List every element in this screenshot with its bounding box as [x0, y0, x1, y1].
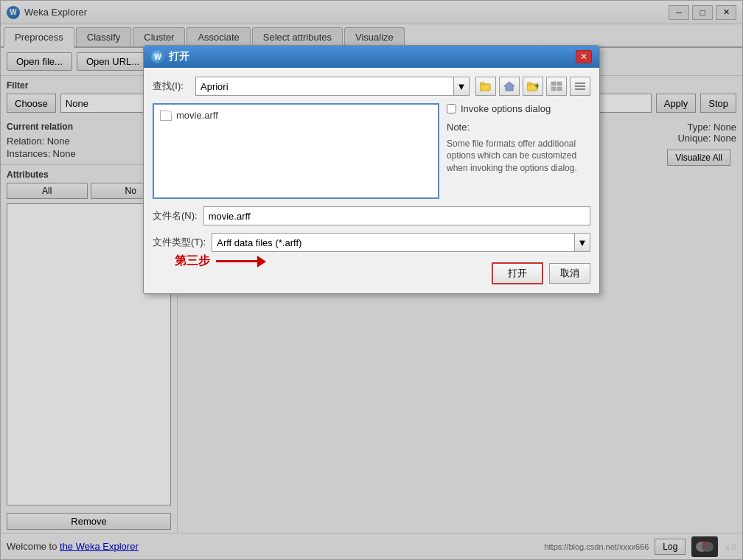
new-folder-button[interactable]: + — [523, 77, 543, 96]
filename-input[interactable] — [203, 206, 590, 225]
dialog-overlay: W 打开 ✕ 查找(I): Apriori ▼ — [1, 1, 742, 559]
location-combo-wrapper: Apriori ▼ — [195, 77, 470, 96]
dialog-cancel-button[interactable]: 取消 — [549, 263, 590, 284]
detail-view-button[interactable] — [570, 77, 590, 96]
svg-rect-8 — [527, 83, 531, 85]
filetype-row: 文件类型(T): Arff data files (*.arff) ▼ — [153, 233, 590, 252]
location-row: 查找(I): Apriori ▼ — [153, 77, 590, 96]
dialog-body: 查找(I): Apriori ▼ — [144, 68, 599, 293]
main-window: W Weka Explorer ─ □ ✕ Preprocess Classif… — [0, 0, 743, 560]
file-icon — [160, 111, 172, 121]
filetype-combo-wrapper: Arff data files (*.arff) ▼ — [212, 233, 590, 252]
open-file-dialog: W 打开 ✕ 查找(I): Apriori ▼ — [143, 45, 600, 294]
svg-rect-13 — [557, 87, 562, 91]
file-list[interactable]: movie.arff — [153, 103, 439, 199]
file-name: movie.arff — [176, 110, 218, 121]
dialog-close-button[interactable]: ✕ — [576, 50, 592, 63]
invoke-options-label: Invoke options dialog — [461, 103, 551, 114]
dialog-icon: W — [151, 50, 164, 63]
location-combo[interactable]: Apriori — [195, 77, 470, 96]
location-label: 查找(I): — [153, 80, 189, 93]
arrow-right-icon — [216, 260, 260, 262]
filetype-label: 文件类型(T): — [153, 236, 206, 249]
dialog-open-button[interactable]: 打开 — [492, 262, 543, 284]
svg-text:+: + — [534, 81, 539, 91]
file-item[interactable]: movie.arff — [157, 108, 435, 123]
svg-rect-5 — [480, 83, 484, 85]
svg-rect-11 — [557, 82, 562, 85]
invoke-options-row: Invoke options dialog — [447, 103, 590, 114]
note-text: Some file formats offer additional optio… — [447, 138, 590, 175]
note-title: Note: — [447, 120, 590, 135]
dialog-title: 打开 — [169, 50, 571, 63]
svg-marker-6 — [504, 82, 514, 91]
file-options: Invoke options dialog Note: Some file fo… — [447, 103, 590, 199]
home-button[interactable] — [499, 77, 520, 96]
filename-label: 文件名(N): — [153, 209, 198, 223]
filetype-combo[interactable]: Arff data files (*.arff) — [212, 233, 590, 252]
dialog-actions: 第三步 打开 取消 — [153, 259, 590, 284]
step-annotation: 第三步 — [175, 253, 260, 269]
filename-row: 文件名(N): — [153, 206, 590, 225]
list-view-button[interactable] — [546, 77, 567, 96]
note-section: Note: Some file formats offer additional… — [447, 120, 590, 175]
dialog-title-bar: W 打开 ✕ — [144, 46, 599, 68]
file-browser-area: movie.arff Invoke options dialog Note: S… — [153, 103, 590, 199]
step-text: 第三步 — [175, 253, 210, 269]
folder-up-button[interactable] — [475, 77, 496, 96]
svg-rect-10 — [551, 82, 556, 85]
invoke-options-checkbox[interactable] — [447, 104, 456, 113]
location-toolbar: + — [475, 77, 590, 96]
svg-rect-12 — [551, 87, 556, 91]
